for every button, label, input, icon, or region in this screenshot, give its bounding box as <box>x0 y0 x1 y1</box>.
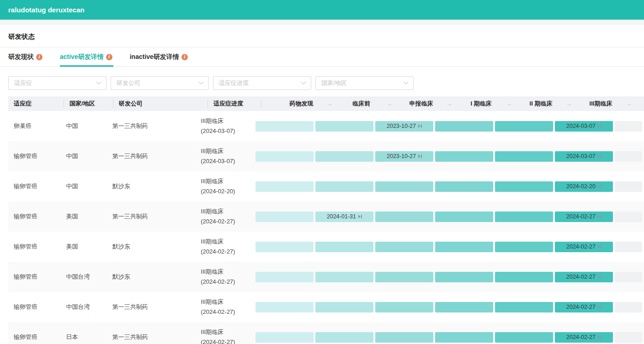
stage-name: III期临床 <box>201 146 245 156</box>
cell-country: 美国 <box>60 212 106 221</box>
phase-segment[interactable]: 2023-10-27 <box>375 151 433 162</box>
phase-segment[interactable]: 2024-02-27 <box>555 212 613 222</box>
step-forward-icon[interactable] <box>598 305 601 309</box>
col-header-phase-3: III期临床 → <box>571 96 631 111</box>
step-forward-icon[interactable] <box>598 215 601 218</box>
tab-label: inactive研发详情 <box>130 53 179 61</box>
col-header-country: 国家/地区 <box>64 96 113 111</box>
phase-segment-pending <box>615 181 642 192</box>
phase-segment <box>315 332 373 343</box>
section-header: 研发状态 <box>0 25 644 48</box>
phase-segment[interactable]: 2024-02-27 <box>555 242 613 252</box>
stage-filter-select[interactable]: 适应症进度 <box>213 76 311 90</box>
select-placeholder: 国家/地区 <box>321 79 347 87</box>
info-icon[interactable]: i <box>181 54 188 60</box>
tab-inactive-rd-detail[interactable]: inactive研发详情 i <box>130 48 188 66</box>
info-icon[interactable]: i <box>36 54 43 60</box>
phase-progress-bar: 2023-10-272024-03-07 <box>255 121 644 132</box>
step-forward-icon[interactable] <box>598 275 601 279</box>
cell-company: 默沙东 <box>107 182 196 191</box>
phase-segment <box>375 242 433 252</box>
phase-segment[interactable]: 2024-03-07 <box>555 151 613 162</box>
stage-name: III期临床 <box>201 116 245 126</box>
cell-company: 第一三共制药 <box>107 303 196 311</box>
table-row: 输卵管癌 中国 第一三共制药 III期临床 (2024-03-07) 2023-… <box>8 141 644 171</box>
stage-name: III期临床 <box>201 297 245 307</box>
cell-country: 中国 <box>60 152 106 160</box>
phase-progress-bar: 2024-02-27 <box>255 332 644 343</box>
phase-segment-pending <box>615 151 642 162</box>
cell-company: 默沙东 <box>107 243 196 251</box>
phase-segment[interactable]: 2024-02-27 <box>555 302 613 312</box>
phase-segment[interactable]: 2024-03-07 <box>555 121 613 132</box>
phase-segment <box>255 121 314 132</box>
cell-country: 中国 <box>60 182 106 191</box>
indication-filter-select[interactable]: 适应症 <box>8 76 106 90</box>
cell-indication: 输卵管癌 <box>8 182 60 191</box>
phase-segment <box>375 181 433 192</box>
step-forward-icon[interactable] <box>598 185 601 188</box>
step-forward-icon[interactable] <box>418 124 422 128</box>
cell-stage: III期临床 (2024-02-27) <box>195 237 245 257</box>
country-filter-select[interactable]: 国家/地区 <box>315 76 414 90</box>
cell-indication: 输卵管癌 <box>8 152 60 160</box>
stage-date: (2024-03-07) <box>201 156 245 166</box>
phase-segment[interactable]: 2024-02-27 <box>555 272 613 282</box>
step-forward-icon[interactable] <box>358 215 362 218</box>
phase-label: 临床前 <box>352 100 370 108</box>
step-forward-icon[interactable] <box>598 124 601 128</box>
divider-strip <box>0 20 644 25</box>
tab-rd-status[interactable]: 研发现状 i <box>8 48 43 66</box>
chevron-down-icon <box>403 79 408 85</box>
phase-date: 2023-10-27 <box>387 153 416 159</box>
cell-company: 第一三共制药 <box>107 212 196 221</box>
stage-name: III期临床 <box>201 267 245 277</box>
phase-segment-pending <box>615 332 642 343</box>
phase-progress-bar: 2023-10-272024-03-07 <box>255 151 644 162</box>
cell-company: 第一三共制药 <box>107 333 196 341</box>
phase-progress-bar: 2024-02-20 <box>255 181 644 192</box>
phase-segment-pending <box>615 242 642 252</box>
phase-progress-bar: 2024-02-27 <box>255 272 644 282</box>
phase-segment[interactable]: 2024-02-20 <box>555 181 613 192</box>
cell-company: 第一三共制药 <box>107 152 196 160</box>
phase-segment <box>255 332 314 343</box>
company-filter-select[interactable]: 研发公司 <box>111 76 209 90</box>
phase-date: 2024-03-07 <box>566 123 596 129</box>
step-forward-icon[interactable] <box>418 154 422 158</box>
phase-label: III期临床 <box>590 100 612 108</box>
select-placeholder: 研发公司 <box>117 79 140 87</box>
stage-name: III期临床 <box>201 176 245 186</box>
stage-date: (2024-02-27) <box>201 277 245 287</box>
filter-bar: 适应症 研发公司 适应症进度 国家/地区 <box>8 76 636 90</box>
rd-detail-table: 适应症 国家/地区 研发公司 适应症进度 药物发现 → 临床前 → 申报临床 →… <box>8 96 644 344</box>
phase-segment <box>495 121 553 132</box>
phase-segment <box>315 181 373 192</box>
step-forward-icon[interactable] <box>598 245 601 249</box>
phase-segment <box>435 212 493 222</box>
select-placeholder: 适应症进度 <box>219 79 249 87</box>
cell-indication: 输卵管癌 <box>8 273 60 281</box>
phase-segment <box>315 302 373 312</box>
tab-label: 研发现状 <box>8 53 34 61</box>
phase-segment <box>255 272 314 282</box>
table-row: 输卵管癌 美国 第一三共制药 III期临床 (2024-02-27) 2024-… <box>8 201 644 232</box>
phase-segment-pending <box>615 121 642 132</box>
phase-date: 2024-02-27 <box>566 213 596 220</box>
phase-segment <box>255 212 314 222</box>
table-row: 卵巢癌 中国 第一三共制药 III期临床 (2024-03-07) 2023-1… <box>8 111 644 141</box>
phase-segment <box>435 272 493 282</box>
tab-active-rd-detail[interactable]: active研发详情 i <box>60 48 112 66</box>
phase-segment[interactable]: 2023-10-27 <box>375 121 433 132</box>
table-row: 输卵管癌 中国 默沙东 III期临床 (2024-02-20) 2024-02-… <box>8 171 644 201</box>
step-forward-icon[interactable] <box>598 154 601 158</box>
phase-segment[interactable]: 2024-01-31 <box>315 212 373 222</box>
cell-country: 中国台湾 <box>60 303 106 311</box>
phase-date: 2023-10-27 <box>387 123 416 129</box>
phase-label: 申报临床 <box>410 100 433 108</box>
info-icon[interactable]: i <box>106 54 112 60</box>
phase-segment[interactable]: 2024-02-27 <box>555 332 613 343</box>
cell-stage: III期临床 (2024-03-07) <box>195 146 245 166</box>
col-header-company: 研发公司 <box>113 96 208 111</box>
step-forward-icon[interactable] <box>598 335 601 339</box>
